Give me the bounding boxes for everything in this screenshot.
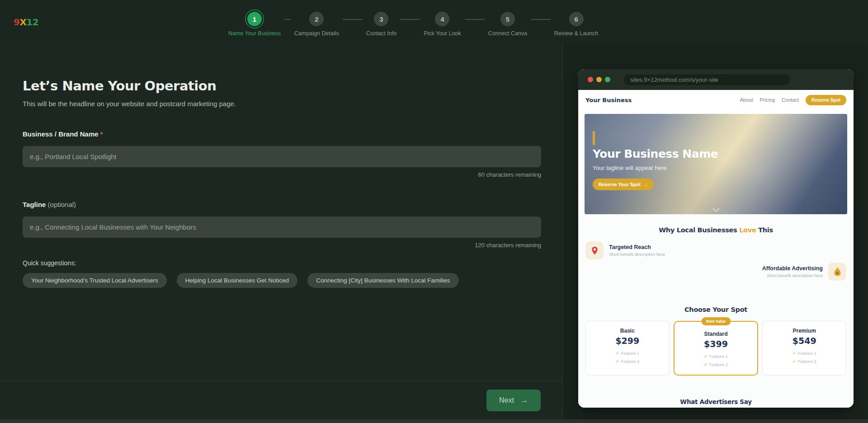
preview-site-header: Your Business About Pricing Contact Rese… [578, 90, 854, 110]
step-pick-your-look[interactable]: 4 Pick Your Look [424, 12, 461, 37]
check-icon: ✓ [704, 362, 708, 367]
suggestion-chip[interactable]: Helping Local Businesses Get Noticed [177, 273, 298, 288]
check-icon: ✓ [704, 354, 708, 359]
main-area: Let’s Name Your Operation This will be t… [0, 43, 868, 419]
step-3-circle[interactable]: 3 [374, 12, 388, 26]
plan-price: $399 [678, 339, 754, 349]
preview-benefits-section: Why Local Businesses Love This T [578, 214, 854, 405]
preview-nav-about: About [740, 97, 753, 103]
chevron-down-icon [712, 208, 720, 212]
money-bag-icon: $ [828, 263, 846, 281]
plan-feature-text: Feature 1 [709, 354, 728, 359]
arrow-right-icon: → [520, 396, 528, 405]
tagline-input[interactable] [23, 216, 541, 238]
benefit-description: Short benefit description here [609, 252, 665, 257]
step-3-label: Contact Info [366, 30, 396, 37]
plan-price: $549 [766, 336, 842, 346]
preview-nav: About Pricing Contact Reserve Spot [740, 95, 846, 105]
plan-feature: ✓Feature 2 [678, 361, 754, 369]
pricing-title: Choose Your Spot [578, 306, 854, 313]
tagline-label-text: Tagline [23, 201, 46, 208]
testimonials-title: What Advertisers Say [578, 398, 854, 405]
step-2-label: Campaign Details [294, 30, 339, 37]
browser-chrome: sites.9×12method.com/s/your-site [578, 69, 854, 90]
next-button-label: Next [499, 396, 514, 404]
plan-feature: ✓Feature 1 [590, 349, 665, 357]
site-preview-window: sites.9×12method.com/s/your-site Your Bu… [578, 69, 854, 408]
plan-feature-text: Feature 2 [798, 359, 816, 364]
suggestion-chip[interactable]: Connecting [City] Businesses With Local … [307, 273, 458, 288]
check-icon: ✓ [616, 359, 619, 364]
step-campaign-details[interactable]: 2 Campaign Details [294, 12, 339, 37]
step-1-circle[interactable]: 1 [247, 12, 262, 26]
business-name-input[interactable] [23, 146, 541, 167]
plan-feature: ✓Feature 1 [678, 352, 754, 361]
plan-feature: ✓Feature 1 [766, 349, 842, 357]
business-name-label-text: Business / Brand Name [23, 130, 99, 138]
svg-text:$: $ [836, 271, 838, 275]
pin-icon [585, 241, 604, 259]
preview-nav-contact: Contact [782, 97, 799, 103]
step-connector [284, 19, 291, 20]
plan-name: Premium [766, 328, 842, 334]
plan-feature: ✓Feature 2 [766, 357, 842, 366]
suggestion-chips: Your Neighborhood's Trusted Local Advert… [23, 273, 541, 288]
preview-hero-tagline: Your tagline will appear here [593, 164, 667, 171]
step-review-launch[interactable]: 6 Review & Launch [554, 12, 598, 37]
traffic-light-maximize-icon [605, 77, 610, 82]
check-icon: ✓ [793, 359, 796, 364]
step-4-label: Pick Your Look [424, 30, 461, 37]
plan-feature-text: Feature 1 [621, 351, 639, 356]
step-contact-info[interactable]: 3 Contact Info [366, 12, 396, 37]
step-connector [400, 19, 420, 20]
step-connector [531, 19, 551, 20]
url-bar: sites.9×12method.com/s/your-site [623, 74, 791, 86]
step-6-label: Review & Launch [554, 30, 598, 37]
next-button[interactable]: Next → [486, 390, 541, 411]
tagline-label: Tagline (optional) [23, 201, 541, 208]
preview-nav-pricing: Pricing [760, 97, 775, 103]
form-pane: Let’s Name Your Operation This will be t… [0, 43, 563, 419]
plan-feature-text: Feature 2 [709, 362, 728, 367]
logo-part-gold: X [19, 17, 26, 28]
plan-name: Standard [678, 331, 754, 337]
tagline-optional-text: (optional) [48, 201, 76, 208]
benefits-title: Why Local Businesses Love This [578, 226, 854, 234]
check-icon: ✓ [616, 351, 619, 356]
logo-part-green: 12 [26, 17, 38, 28]
step-1-label: Name Your Business [228, 30, 281, 37]
step-5-label: Connect Canva [488, 30, 527, 37]
benefit-item: Targeted Reach Short benefit description… [578, 241, 854, 259]
wizard-footer: Next → [0, 381, 562, 419]
step-2-circle[interactable]: 2 [309, 12, 324, 26]
plan-price: $299 [590, 336, 665, 346]
arrow-right-icon: → [643, 182, 648, 187]
plan-card-premium: Premium $549 ✓Feature 1 ✓Feature 2 [762, 321, 846, 376]
preview-hero-cta-button: Reserve Your Spot → [593, 179, 654, 190]
benefits-title-post: This [756, 226, 773, 234]
step-connector [465, 19, 485, 20]
preview-hero-title: Your Business Name [593, 147, 718, 160]
text-cursor-bar [593, 131, 595, 145]
page-title: Let’s Name Your Operation [23, 78, 541, 94]
preview-reserve-spot-button: Reserve Spot [806, 95, 846, 105]
step-4-circle[interactable]: 4 [435, 12, 449, 26]
benefit-item: Affordable Advertising Short benefit des… [578, 263, 854, 281]
step-5-circle[interactable]: 5 [500, 12, 515, 26]
step-name-your-business[interactable]: 1 Name Your Business [228, 12, 281, 37]
suggestion-chip[interactable]: Your Neighborhood's Trusted Local Advert… [23, 273, 167, 288]
traffic-light-close-icon [588, 77, 593, 82]
benefits-title-highlight: Love [739, 226, 756, 234]
check-icon: ✓ [793, 351, 796, 356]
app-header: 9X12 1 Name Your Business 2 Campaign Det… [0, 0, 868, 43]
step-connect-canva[interactable]: 5 Connect Canva [488, 12, 527, 37]
step-6-circle[interactable]: 6 [569, 12, 584, 26]
required-asterisk: * [100, 130, 103, 138]
best-value-badge: Best Value [701, 317, 731, 325]
pricing-plans: Basic $299 ✓Feature 1 ✓Feature 2 Best Va… [585, 321, 846, 376]
preview-site: Your Business About Pricing Contact Rese… [578, 90, 854, 408]
brand-logo: 9X12 [14, 17, 38, 28]
preview-pane: sites.9×12method.com/s/your-site Your Bu… [563, 43, 868, 419]
business-char-counter: 60 characters remaining [23, 171, 541, 178]
quick-suggestions-label: Quick suggestions: [23, 259, 541, 267]
